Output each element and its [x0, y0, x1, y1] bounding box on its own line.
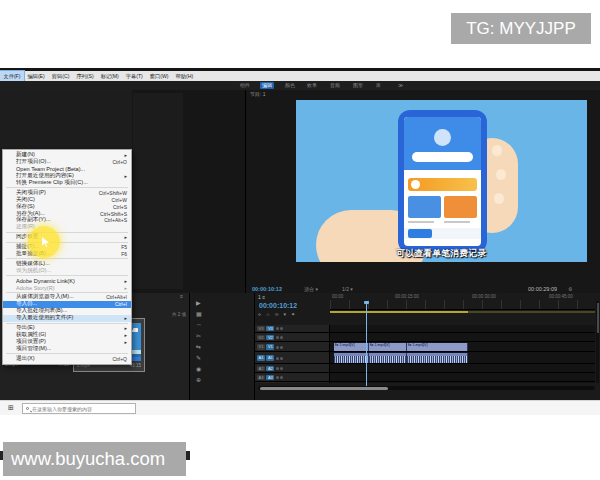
zoom-tool-icon[interactable]: ⊕ — [196, 376, 201, 383]
menu-file[interactable]: 文件(F) — [0, 71, 24, 81]
selection-tool-icon[interactable]: ▶ — [196, 299, 201, 306]
track-header-a1[interactable]: A1 A1 — [255, 353, 330, 364]
solo-icon[interactable] — [280, 367, 283, 370]
workspace-overflow-icon[interactable]: ≫ — [396, 82, 405, 89]
workspace-tab-audio[interactable]: 音频 — [328, 82, 342, 89]
vertical-scrollbar[interactable] — [596, 301, 599, 383]
eye-icon[interactable] — [280, 327, 283, 330]
source-patch[interactable]: V2 — [257, 335, 265, 341]
source-patch[interactable]: A3 — [257, 375, 265, 381]
video-clip[interactable]: fx 1.mp4[V] — [334, 343, 369, 351]
source-patch[interactable]: A1 — [257, 355, 265, 361]
menu-item-open-project[interactable]: 打开项目(O)...Ctrl+O — [3, 159, 131, 166]
track-header-v3[interactable]: V3 V3 — [255, 325, 330, 333]
workspace-tab-effects[interactable]: 效果 — [305, 82, 319, 89]
resolution-dropdown[interactable]: 1/2 ▾ — [342, 286, 353, 292]
horizontal-scrollbar[interactable] — [258, 386, 595, 390]
track-v1[interactable]: fx 1.mp4[V] fx 1.mp4[V] fx 1.mp4[V] — [330, 343, 595, 352]
phone-tabbar-chip — [408, 229, 432, 238]
program-timecode[interactable]: 00:00:10:12 — [252, 286, 282, 292]
program-monitor-panel: 节目: 1 — [246, 90, 600, 293]
source-patch[interactable]: V3 — [257, 326, 265, 332]
track-target[interactable]: A2 — [266, 366, 274, 372]
track-target[interactable]: A1 — [266, 355, 274, 361]
track-a2[interactable] — [330, 365, 595, 373]
eye-icon[interactable] — [280, 346, 283, 349]
menu-item-import-recent-file[interactable]: 导入最近使用的文件(F)▸ — [3, 315, 131, 322]
audio-clip[interactable] — [334, 353, 369, 363]
menu-window[interactable]: 窗口(W) — [146, 71, 172, 81]
menu-item-exit[interactable]: 退出(X)Ctrl+Q — [3, 355, 131, 362]
settings-wrench-icon[interactable]: ⚙ — [568, 286, 572, 292]
track-v2[interactable] — [330, 334, 595, 342]
track-v3[interactable] — [330, 325, 595, 333]
track-target[interactable]: A3 — [266, 375, 274, 381]
eye-icon[interactable] — [280, 336, 283, 339]
slip-tool-icon[interactable]: ⇆ — [196, 343, 201, 350]
sequence-tab[interactable]: 1 ≡ — [258, 294, 265, 300]
menu-clip[interactable]: 剪辑(C) — [48, 71, 73, 81]
menu-item-make-offline[interactable]: 设为脱机(O)... — [3, 267, 131, 274]
work-area-bar[interactable] — [330, 311, 468, 313]
menu-edit[interactable]: 编辑(E) — [24, 71, 48, 81]
panel-menu-icon[interactable]: ≡ — [180, 293, 183, 299]
timeline-timecode[interactable]: 00:00:10:12 — [259, 302, 297, 309]
track-header-v1[interactable]: V1 V1 — [255, 343, 330, 352]
fit-dropdown[interactable]: 适合 ▾ — [304, 286, 318, 292]
workspace-tab-editing[interactable]: 编辑 — [260, 82, 274, 89]
taskbar-search-box[interactable]: 在这里输入你要搜索的内容 — [22, 403, 136, 414]
track-a3[interactable] — [330, 374, 595, 382]
source-patch[interactable]: A2 — [257, 366, 265, 372]
program-monitor-tab[interactable]: 节目: 1 — [250, 91, 266, 97]
track-target[interactable]: V1 — [266, 344, 274, 350]
workspace-tab-color[interactable]: 颜色 — [283, 82, 297, 89]
track-header-v2[interactable]: V2 V2 — [255, 334, 330, 342]
linked-selection-icon[interactable]: ∞ — [275, 311, 279, 318]
menu-item-batch-capture[interactable]: 批量捕捉(B)...F6 — [3, 251, 131, 258]
menu-item-adobe-dynamic-link[interactable]: Adobe Dynamic Link(K)▸ — [3, 277, 131, 284]
start-button[interactable]: ⊞ — [8, 404, 14, 412]
mute-icon[interactable] — [276, 357, 279, 360]
menu-item-convert-premiere-clip[interactable]: 转换 Premiere Clip 项目(C)... — [3, 180, 131, 187]
menu-item-sync-settings[interactable]: 同步设置▸ — [3, 234, 131, 241]
track-header-a2[interactable]: A2 A2 — [255, 365, 330, 373]
timeline-ruler[interactable] — [330, 300, 595, 310]
menu-item-revert[interactable]: 还原(R) — [3, 224, 131, 231]
workspace-tab-assembly[interactable]: 组件 — [238, 82, 252, 89]
pen-tool-icon[interactable]: ✎ — [196, 354, 201, 361]
track-header-a3[interactable]: A3 A3 — [255, 374, 330, 382]
audio-clip[interactable] — [407, 353, 468, 363]
lock-icon[interactable] — [276, 327, 279, 330]
lock-icon[interactable] — [276, 336, 279, 339]
solo-icon[interactable] — [280, 357, 283, 360]
track-select-tool-icon[interactable]: ▦ — [196, 310, 202, 317]
workspace-tab-graphics[interactable]: 图形 — [351, 82, 365, 89]
workspace-tab-libraries[interactable]: 库 — [374, 82, 383, 89]
menu-title[interactable]: 字幕(T) — [122, 71, 146, 81]
nest-toggle-icon[interactable]: ⟡ — [258, 311, 261, 318]
marker-menu-icon[interactable]: ▾ — [283, 311, 286, 318]
taskbar-search-text: 在这里输入你要搜索的内容 — [32, 406, 92, 412]
lock-icon[interactable] — [276, 346, 279, 349]
razor-tool-icon[interactable]: ✂ — [196, 332, 201, 339]
solo-icon[interactable] — [280, 376, 283, 379]
snap-icon[interactable]: ∩ — [266, 311, 270, 318]
menu-marker[interactable]: 标记(M) — [97, 71, 122, 81]
ripple-edit-tool-icon[interactable]: ↔ — [196, 321, 202, 327]
hand-tool-icon[interactable]: ◉ — [196, 365, 201, 372]
track-target[interactable]: V3 — [266, 326, 274, 332]
video-clip[interactable]: fx 1.mp4[V] — [369, 343, 407, 351]
menu-item-adobe-story[interactable]: Adobe Story(R)▸ — [3, 284, 131, 291]
video-clip[interactable]: fx 1.mp4[V] — [407, 343, 468, 351]
timeline-settings-icon[interactable]: ✦ — [291, 311, 295, 318]
timeline-playhead[interactable] — [366, 301, 367, 387]
audio-clip[interactable] — [369, 353, 407, 363]
track-target[interactable]: V2 — [266, 335, 274, 341]
menu-sequence[interactable]: 序列(S) — [73, 71, 97, 81]
menu-item-project-manager[interactable]: 项目管理(M)... — [3, 345, 131, 352]
menu-help[interactable]: 帮助(H) — [172, 71, 197, 81]
source-patch[interactable]: V1 — [257, 344, 265, 350]
track-a1[interactable] — [330, 353, 595, 364]
mute-icon[interactable] — [276, 367, 279, 370]
mute-icon[interactable] — [276, 376, 279, 379]
